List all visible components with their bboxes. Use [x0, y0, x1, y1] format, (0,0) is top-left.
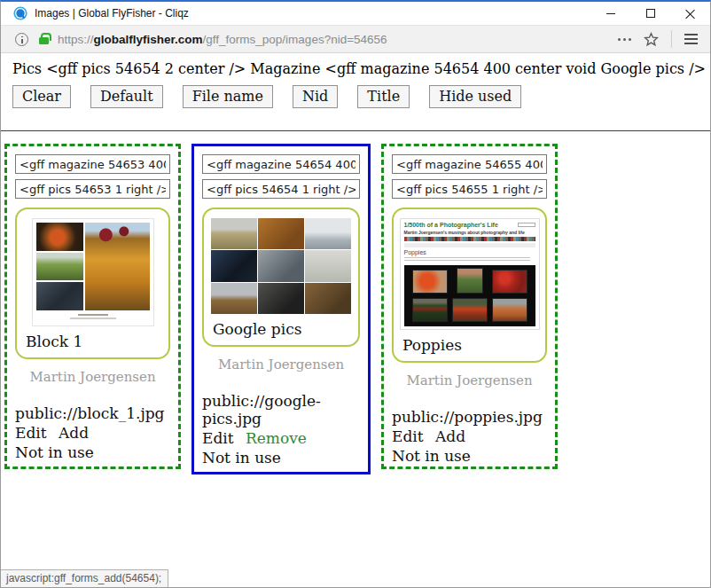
- hide-used-button[interactable]: Hide used: [429, 85, 521, 108]
- image-author: Martin Joergensen: [202, 357, 360, 372]
- info-icon[interactable]: [15, 33, 28, 46]
- image-actions: Edit Add: [15, 424, 170, 442]
- current-codes-line: Pics <gff pics 54654 2 center /> Magazin…: [12, 60, 699, 77]
- status-tooltip: javascript:gff_forms_add(54654);: [1, 569, 168, 587]
- file-name-button[interactable]: File name: [183, 85, 273, 108]
- cliqz-logo-icon: [13, 6, 27, 20]
- close-button[interactable]: [670, 2, 710, 25]
- thumb-breadcrumb-bar: [404, 243, 535, 247]
- image-thumbnail-box: Block 1: [15, 208, 170, 359]
- image-path: public://block_1.jpg: [15, 404, 170, 422]
- default-button[interactable]: Default: [90, 85, 163, 108]
- thumb-page-subtitle: Martin Joergensen's musings about photog…: [404, 230, 535, 235]
- url-domain: globalflyfisher.com: [94, 33, 203, 46]
- url-bar: https://globalflyfisher.com/gff_forms_po…: [1, 25, 710, 53]
- title-button[interactable]: Title: [357, 85, 410, 108]
- magazine-code-input[interactable]: [15, 154, 170, 174]
- page-actions-icon[interactable]: [618, 38, 631, 41]
- image-caption: Poppies: [402, 336, 540, 354]
- pics-code-input[interactable]: [392, 179, 547, 199]
- window-title: Images | Global FlyFisher - Cliqz: [35, 7, 590, 20]
- add-link[interactable]: Add: [435, 427, 465, 445]
- image-caption: Google pics: [213, 320, 353, 338]
- image-card-google-pics: Google pics Martin Joergensen public://g…: [191, 144, 371, 474]
- menu-icon[interactable]: [684, 34, 698, 44]
- image-author: Martin Joergensen: [15, 369, 170, 385]
- thumb-search-box: [518, 223, 535, 227]
- image-path: public://google-pics.jpg: [202, 392, 360, 427]
- clear-button[interactable]: Clear: [12, 85, 71, 108]
- image-thumbnail-box: 1/500th of a Photographer's Life Martin …: [392, 208, 547, 363]
- image-caption: Block 1: [26, 333, 163, 350]
- thumb-page-title: 1/500th of a Photographer's Life: [404, 222, 498, 229]
- image-actions: Edit Add: [392, 427, 547, 445]
- image-actions: Edit Remove: [202, 429, 360, 447]
- thumb-text-lines: [404, 257, 530, 263]
- thumbnail-image[interactable]: [32, 218, 154, 326]
- remove-link[interactable]: Remove: [246, 429, 307, 447]
- edit-link[interactable]: Edit: [202, 429, 234, 447]
- thumb-photo-panel: [404, 265, 535, 326]
- image-thumbnail-box: Google pics: [202, 208, 360, 347]
- thumb-thumbstrip: [404, 237, 535, 241]
- pics-code-input[interactable]: [202, 179, 360, 199]
- edit-link[interactable]: Edit: [15, 424, 47, 442]
- url-text[interactable]: https://globalflyfisher.com/gff_forms_po…: [58, 33, 611, 46]
- magazine-code-input[interactable]: [392, 154, 547, 174]
- toolbar-separator: [671, 30, 672, 48]
- usage-status: Not in use: [392, 447, 547, 465]
- lock-icon[interactable]: [39, 37, 49, 44]
- page-header: Pics <gff pics 54654 2 center /> Magazin…: [1, 53, 710, 131]
- url-path: /gff_forms_pop/images?nid=54656: [203, 33, 387, 46]
- usage-status: Not in use: [15, 443, 170, 461]
- edit-link[interactable]: Edit: [392, 427, 424, 445]
- thumbnail-image[interactable]: 1/500th of a Photographer's Life Martin …: [400, 218, 540, 330]
- usage-status: Not in use: [202, 449, 360, 466]
- title-bar: Images | Global FlyFisher - Cliqz: [1, 2, 710, 25]
- maximize-button[interactable]: [630, 2, 670, 25]
- bookmark-star-icon[interactable]: [644, 32, 659, 47]
- nid-button[interactable]: Nid: [293, 85, 338, 108]
- image-grid: Block 1 Martin Joergensen public://block…: [1, 131, 710, 588]
- browser-window: Images | Global FlyFisher - Cliqz https:…: [0, 0, 711, 588]
- image-card-poppies: 1/500th of a Photographer's Life Martin …: [381, 144, 558, 469]
- thumb-page-heading: Poppies: [404, 249, 535, 255]
- image-path: public://poppies.jpg: [392, 408, 547, 426]
- add-link[interactable]: Add: [59, 424, 89, 442]
- close-icon: [685, 9, 695, 19]
- minimize-icon: [606, 13, 615, 14]
- thumbnail-image[interactable]: [211, 218, 351, 314]
- magazine-code-input[interactable]: [202, 154, 360, 174]
- image-card-block-1: Block 1 Martin Joergensen public://block…: [4, 144, 181, 469]
- url-scheme: https://: [58, 33, 94, 46]
- filter-toolbar: Clear Default File name Nid Title Hide u…: [12, 85, 699, 108]
- maximize-icon: [646, 9, 655, 18]
- minimize-button[interactable]: [590, 2, 630, 25]
- pics-code-input[interactable]: [15, 179, 170, 199]
- image-author: Martin Joergensen: [392, 372, 547, 388]
